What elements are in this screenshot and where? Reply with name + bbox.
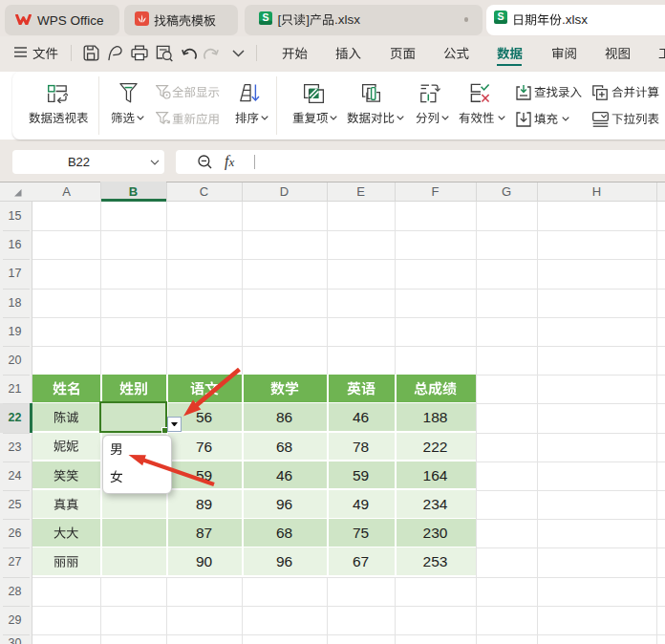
svg-text:S: S: [262, 11, 268, 23]
svg-text:S: S: [497, 11, 504, 22]
